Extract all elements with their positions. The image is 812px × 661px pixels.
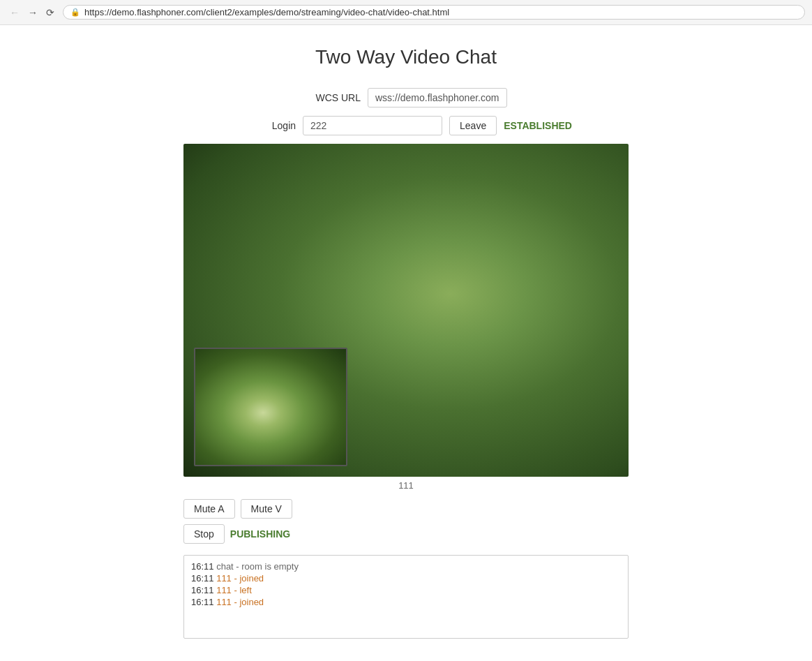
chat-line: 16:11 chat - room is empty bbox=[191, 561, 621, 572]
page-title: Two Way Video Chat bbox=[315, 46, 497, 68]
chat-line: 16:11 111 - joined bbox=[191, 573, 621, 584]
video-pip bbox=[194, 348, 347, 466]
video-area bbox=[183, 144, 629, 477]
browser-chrome: ← → ⟳ 🔒 https://demo.flashphoner.com/cli… bbox=[0, 0, 812, 25]
status-publishing: PUBLISHING bbox=[230, 528, 290, 540]
chat-line: 16:11 111 - left bbox=[191, 585, 621, 595]
back-button[interactable]: ← bbox=[7, 6, 22, 20]
lock-icon: 🔒 bbox=[70, 8, 80, 17]
page-content: Two Way Video Chat WCS URL Login Leave E… bbox=[0, 25, 812, 661]
mute-a-button[interactable]: Mute A bbox=[183, 499, 235, 519]
wcs-url-label: WCS URL bbox=[305, 92, 361, 103]
url-text: https://demo.flashphoner.com/client2/exa… bbox=[84, 7, 449, 17]
address-bar[interactable]: 🔒 https://demo.flashphoner.com/client2/e… bbox=[63, 5, 805, 20]
chat-log[interactable]: 16:11 chat - room is empty16:11 111 - jo… bbox=[183, 555, 629, 639]
forward-button[interactable]: → bbox=[25, 6, 40, 20]
chat-line: 16:11 111 - joined bbox=[191, 597, 621, 607]
stream-id: 111 bbox=[398, 480, 414, 491]
wcs-url-input[interactable] bbox=[368, 88, 507, 107]
status-established: ESTABLISHED bbox=[504, 120, 572, 131]
stop-button[interactable]: Stop bbox=[183, 524, 225, 544]
browser-nav: ← → ⟳ bbox=[7, 6, 57, 20]
login-input[interactable] bbox=[303, 116, 442, 135]
mute-v-button[interactable]: Mute V bbox=[241, 499, 292, 519]
controls-row-2: Stop PUBLISHING bbox=[183, 524, 290, 544]
controls-row-1: Mute A Mute V bbox=[183, 499, 292, 519]
leave-button[interactable]: Leave bbox=[449, 116, 497, 135]
reload-button[interactable]: ⟳ bbox=[43, 6, 57, 20]
login-row: Login Leave ESTABLISHED bbox=[240, 116, 572, 135]
wcs-url-row: WCS URL bbox=[305, 88, 507, 107]
login-label: Login bbox=[240, 120, 296, 131]
